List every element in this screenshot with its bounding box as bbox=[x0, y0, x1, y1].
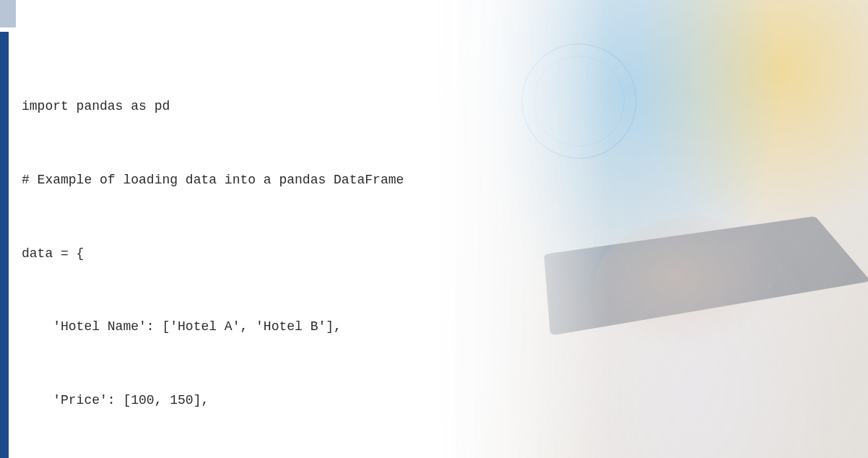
code-line: import pandas as pd bbox=[22, 98, 404, 116]
code-line: 'Price': [100, 150], bbox=[22, 392, 404, 410]
decorative-background bbox=[435, 0, 868, 458]
code-line: data = { bbox=[22, 245, 404, 263]
accent-bar-main bbox=[0, 32, 9, 458]
code-line: # Example of loading data into a pandas … bbox=[22, 171, 404, 189]
hud-circle-decoration bbox=[521, 43, 637, 159]
hand-decoration bbox=[594, 217, 796, 361]
accent-bar-top bbox=[0, 0, 16, 27]
code-block: import pandas as pd # Example of loading… bbox=[22, 61, 404, 458]
code-line: 'Hotel Name': ['Hotel A', 'Hotel B'], bbox=[22, 318, 404, 336]
